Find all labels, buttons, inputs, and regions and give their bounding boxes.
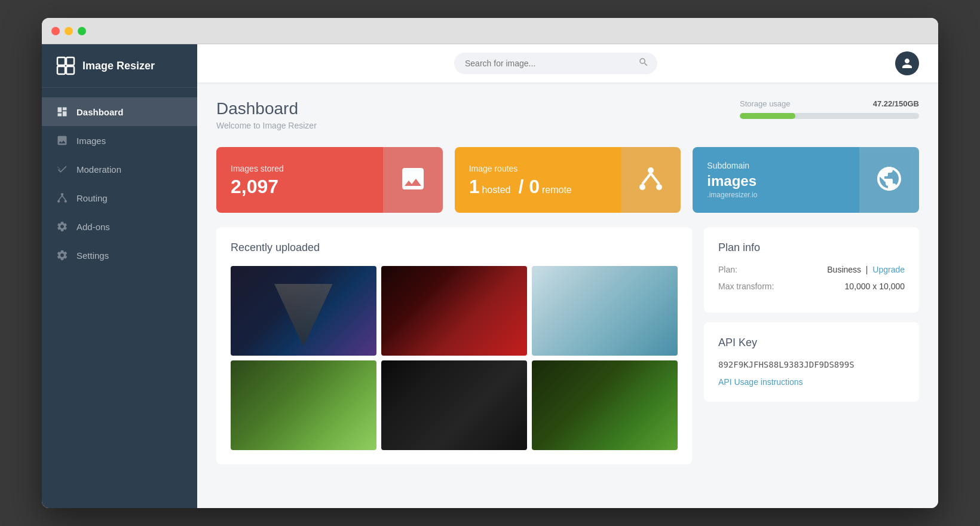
svg-point-10 bbox=[639, 184, 645, 190]
search-icon bbox=[638, 57, 649, 70]
svg-rect-1 bbox=[66, 57, 74, 65]
storage-fill bbox=[740, 113, 795, 119]
plan-label: Plan: bbox=[718, 265, 737, 274]
api-key-card: API Key 892F9KJFHS88L9383JDF9DS899S API … bbox=[704, 322, 919, 402]
sidebar-item-addons[interactable]: Add-ons bbox=[42, 212, 197, 241]
image-thumb-1[interactable] bbox=[231, 266, 376, 356]
storage-label: Storage usage 47.22/150GB bbox=[740, 99, 919, 108]
storage-bar bbox=[740, 113, 919, 119]
page-title-section: Dashboard Welcome to Image Resizer bbox=[216, 99, 317, 130]
page-subtitle: Welcome to Image Resizer bbox=[216, 121, 317, 130]
max-transform-label: Max transform: bbox=[718, 282, 774, 291]
recently-uploaded-card: Recently uploaded bbox=[216, 227, 692, 464]
right-panel: Plan info Plan: Business | Upgrade bbox=[704, 227, 919, 464]
page-title: Dashboard bbox=[216, 99, 317, 118]
dashboard-icon bbox=[56, 106, 68, 118]
storage-amount: 47.22/150GB bbox=[873, 99, 919, 108]
stat-card-label: Image routes bbox=[469, 164, 607, 173]
maximize-button[interactable] bbox=[78, 27, 86, 35]
svg-point-9 bbox=[648, 167, 654, 173]
svg-line-7 bbox=[59, 195, 62, 200]
image-thumb-5[interactable] bbox=[381, 360, 527, 450]
hosted-label: hosted bbox=[482, 185, 510, 195]
sidebar-item-label: Routing bbox=[76, 193, 108, 203]
app-layout: Image Resizer Dashboard bbox=[42, 44, 938, 508]
stat-card-value: 2,097 bbox=[231, 177, 369, 196]
svg-rect-0 bbox=[57, 57, 65, 65]
globe-icon bbox=[875, 164, 904, 195]
page-header: Dashboard Welcome to Image Resizer Stora… bbox=[216, 99, 919, 130]
svg-point-11 bbox=[656, 184, 662, 190]
routes-icon bbox=[636, 164, 665, 195]
routing-icon bbox=[56, 192, 68, 204]
images-stored-icon bbox=[399, 164, 427, 195]
stat-card-value: images bbox=[707, 174, 845, 188]
plan-info-card: Plan info Plan: Business | Upgrade bbox=[704, 227, 919, 313]
stat-card-images-stored: Images stored 2,097 bbox=[216, 147, 443, 213]
app-name: Image Resizer bbox=[82, 60, 155, 72]
stat-card-right bbox=[859, 147, 919, 213]
sidebar-item-label: Add-ons bbox=[76, 222, 110, 232]
titlebar-buttons bbox=[51, 27, 86, 35]
user-avatar[interactable] bbox=[895, 51, 919, 75]
dashboard-body: Dashboard Welcome to Image Resizer Stora… bbox=[197, 82, 938, 508]
remote-label: remote bbox=[542, 185, 572, 195]
sidebar-item-images[interactable]: Images bbox=[42, 126, 197, 155]
app-header bbox=[197, 44, 938, 82]
image-grid bbox=[231, 266, 678, 450]
sidebar-item-settings[interactable]: Settings bbox=[42, 241, 197, 270]
settings-icon bbox=[56, 249, 68, 261]
image-thumb-4[interactable] bbox=[231, 360, 376, 450]
app-window: Image Resizer Dashboard bbox=[42, 18, 938, 508]
svg-rect-2 bbox=[57, 66, 65, 74]
search-input[interactable] bbox=[454, 53, 657, 74]
search-container bbox=[454, 53, 657, 74]
images-icon bbox=[56, 134, 68, 146]
hosted-count: 1 bbox=[469, 176, 480, 197]
stat-card-image-routes: Image routes 1hosted / 0remote bbox=[455, 147, 681, 213]
sidebar-item-label: Dashboard bbox=[76, 107, 123, 117]
recently-uploaded-title: Recently uploaded bbox=[231, 241, 678, 254]
svg-rect-3 bbox=[66, 66, 74, 74]
plan-row: Plan: Business | Upgrade bbox=[718, 265, 905, 274]
api-key-title: API Key bbox=[718, 337, 905, 349]
upgrade-link[interactable]: Upgrade bbox=[872, 265, 905, 274]
api-instructions-link[interactable]: API Usage instructions bbox=[718, 377, 803, 387]
stat-cards: Images stored 2,097 bbox=[216, 147, 919, 213]
max-transform-value: 10,000 x 10,000 bbox=[845, 282, 905, 291]
remote-count: 0 bbox=[529, 176, 540, 197]
close-button[interactable] bbox=[51, 27, 60, 35]
moderation-icon bbox=[56, 163, 68, 175]
sidebar: Image Resizer Dashboard bbox=[42, 44, 197, 508]
app-logo-icon bbox=[56, 56, 75, 75]
image-thumb-6[interactable] bbox=[532, 360, 678, 450]
max-transform-row: Max transform: 10,000 x 10,000 bbox=[718, 282, 905, 291]
main-content: Dashboard Welcome to Image Resizer Stora… bbox=[197, 44, 938, 508]
svg-line-13 bbox=[651, 173, 659, 184]
subdomain-value: images bbox=[707, 173, 757, 189]
image-thumb-2[interactable] bbox=[381, 266, 527, 356]
sidebar-item-label: Images bbox=[76, 136, 106, 146]
minimize-button[interactable] bbox=[65, 27, 73, 35]
stat-card-label: Subdomain bbox=[707, 161, 845, 170]
plan-info-title: Plan info bbox=[718, 241, 905, 254]
api-key-value: 892F9KJFHS88L9383JDF9DS899S bbox=[718, 360, 905, 369]
stat-card-subdomain: Subdomain images .imageresizer.io bbox=[693, 147, 919, 213]
addons-icon bbox=[56, 221, 68, 233]
sidebar-item-dashboard[interactable]: Dashboard bbox=[42, 97, 197, 126]
sidebar-item-moderation[interactable]: Moderation bbox=[42, 155, 197, 184]
svg-line-12 bbox=[642, 173, 651, 184]
svg-point-6 bbox=[65, 200, 67, 203]
bottom-grid: Recently uploaded bbox=[216, 227, 919, 464]
sidebar-nav: Dashboard Images bbox=[42, 88, 197, 508]
sidebar-item-label: Settings bbox=[76, 250, 109, 261]
subdomain-url: .imageresizer.io bbox=[707, 191, 845, 199]
storage-label-text: Storage usage bbox=[740, 99, 791, 108]
stat-card-left: Subdomain images .imageresizer.io bbox=[693, 147, 859, 213]
stat-card-value: 1hosted / 0remote bbox=[469, 177, 607, 196]
stat-card-right bbox=[621, 147, 681, 213]
image-thumb-3[interactable] bbox=[532, 266, 678, 356]
titlebar bbox=[42, 18, 938, 44]
sidebar-item-label: Moderation bbox=[76, 164, 121, 175]
sidebar-item-routing[interactable]: Routing bbox=[42, 184, 197, 212]
